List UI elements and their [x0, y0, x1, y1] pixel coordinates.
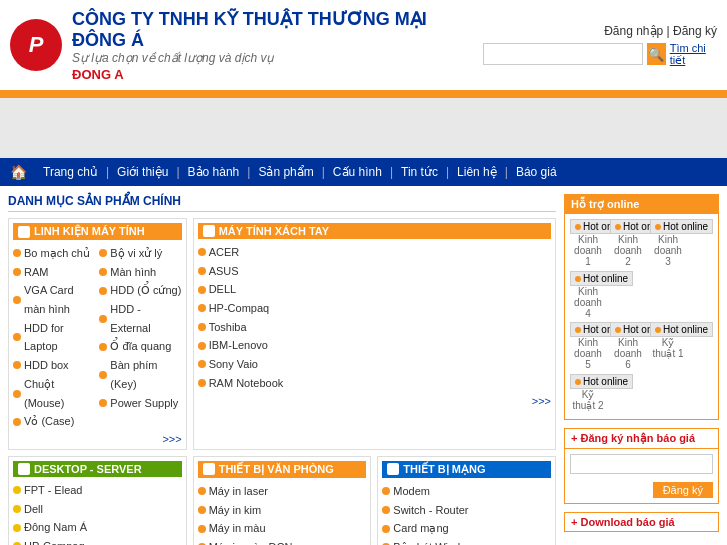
- cat-icon: [203, 463, 215, 475]
- support-label-kd1: Kinh doanh 1: [570, 234, 606, 267]
- list-item[interactable]: Máy in kim: [198, 501, 367, 520]
- nav-item-baogia[interactable]: Báo giá: [508, 165, 565, 179]
- banner-area: [0, 98, 727, 158]
- list-item[interactable]: Máy in laser: [198, 482, 367, 501]
- support-label-kd3: Kinh doanh 3: [650, 234, 686, 267]
- cat-content-mang: Modem Switch - Router Card mạng Bộ phát …: [382, 482, 551, 545]
- cat-van-phong: THIẾT BỊ VĂN PHÒNG Máy in laser Máy in k…: [193, 456, 372, 545]
- cat-may-tinh-xach-tay: MÁY TÍNH XÁCH TAY ACER ASUS DELL HP-Comp…: [193, 218, 556, 450]
- search-input[interactable]: [483, 43, 643, 65]
- list-item[interactable]: HDD (Ổ cứng): [99, 281, 181, 300]
- list-item[interactable]: Toshiba: [198, 318, 551, 337]
- register-email-input[interactable]: [570, 454, 713, 474]
- cat-content-desktop: FPT - Elead Dell Đông Nam Á HP-Compaq IB…: [13, 481, 182, 545]
- cat-col-1: ACER ASUS DELL HP-Compaq Toshiba IBM-Len…: [198, 243, 551, 393]
- list-item[interactable]: Bo mạch chủ: [13, 244, 95, 263]
- support-item: Hot online Kỹ thuật 1: [650, 322, 686, 370]
- search-bar: 🔍 Tìm chi tiết: [483, 42, 717, 67]
- list-item[interactable]: HDD box: [13, 356, 95, 375]
- list-item[interactable]: Máy in màu DCN: [198, 538, 367, 545]
- nav-bar: 🏠 Trang chủ | Giới thiệu | Bảo hành | Sả…: [0, 158, 727, 186]
- support-btn-kd3[interactable]: Hot online: [650, 219, 713, 234]
- support-label-kd6: Kinh doanh 6: [610, 337, 646, 370]
- list-item[interactable]: Bàn phím (Key): [99, 356, 181, 393]
- cat-header-van-phong: THIẾT BỊ VĂN PHÒNG: [198, 461, 367, 478]
- list-item[interactable]: HDD - External: [99, 300, 181, 337]
- list-item[interactable]: Switch - Router: [382, 501, 551, 520]
- nav-item-lienhe[interactable]: Liên hệ: [449, 165, 505, 179]
- list-item[interactable]: VGA Card màn hình: [13, 281, 95, 318]
- company-slogan: Sự lựa chọn về chất lượng và dịch vụ: [72, 51, 483, 65]
- support-btn-kt1[interactable]: Hot online: [650, 322, 713, 337]
- list-item[interactable]: HP-Compaq: [198, 299, 551, 318]
- support-item: Hot online Kinh doanh 3: [650, 219, 686, 267]
- cat-col-1: Máy in laser Máy in kim Máy in màu Máy i…: [198, 482, 367, 545]
- company-info: CÔNG TY TNHH KỸ THUẬT THƯƠNG MẠI ĐÔNG Á …: [72, 8, 483, 82]
- list-item[interactable]: Bộ phát Wireless: [382, 538, 551, 545]
- cat-icon: [203, 225, 215, 237]
- support-label-kt2: Kỹ thuật 2: [570, 389, 606, 411]
- brand-label: ĐONG A: [72, 67, 483, 82]
- nav-item-baohanh[interactable]: Bảo hành: [180, 165, 248, 179]
- logo-area: P CÔNG TY TNHH KỸ THUẬT THƯƠNG MẠI ĐÔNG …: [10, 8, 483, 82]
- download-box: + Download báo giá: [564, 512, 719, 532]
- cat-header-desktop: DESKTOP - SERVER: [13, 461, 182, 477]
- list-item[interactable]: FPT - Elead: [13, 481, 182, 500]
- search-button[interactable]: 🔍: [647, 43, 666, 65]
- cat-icon: [18, 226, 30, 238]
- list-item[interactable]: Dell: [13, 500, 182, 519]
- cat-header-linh-kien: LINH KIỆN MÁY TÍNH: [13, 223, 182, 240]
- list-item[interactable]: Modem: [382, 482, 551, 501]
- right-sidebar: Hỗ trợ online Hot online Kinh doanh 1 Ho…: [564, 194, 719, 545]
- support-row-1: Hot online Kinh doanh 1 Hot online Kinh …: [570, 219, 713, 319]
- cat-desktop-server: DESKTOP - SERVER FPT - Elead Dell Đông N…: [8, 456, 187, 545]
- support-item: Hot online Kinh doanh 4: [570, 271, 606, 319]
- cat-icon: [18, 463, 30, 475]
- list-item[interactable]: Đông Nam Á: [13, 518, 182, 537]
- list-item[interactable]: Bộ vi xử lý: [99, 244, 181, 263]
- cat-more-link[interactable]: >>>: [13, 433, 182, 445]
- list-item[interactable]: HP-Compaq: [13, 537, 182, 545]
- header-right: Đăng nhập | Đăng ký 🔍 Tìm chi tiết: [483, 24, 717, 67]
- nav-item-gioithieu[interactable]: Giới thiệu: [109, 165, 176, 179]
- support-btn-kt2[interactable]: Hot online: [570, 374, 633, 389]
- main-content: DANH MỤC SẢN PHẨM CHÍNH LINH KIỆN MÁY TÍ…: [0, 186, 727, 545]
- auth-links[interactable]: Đăng nhập | Đăng ký: [604, 24, 717, 38]
- nav-item-sanpham[interactable]: Sản phẩm: [250, 165, 321, 179]
- nav-item-trangchu[interactable]: Trang chủ: [35, 165, 106, 179]
- nav-item-cauhinh[interactable]: Cấu hình: [325, 165, 390, 179]
- register-title[interactable]: + Đăng ký nhận báo giá: [565, 429, 718, 449]
- list-item[interactable]: IBM-Lenovo: [198, 336, 551, 355]
- cat-content-linh-kien: Bo mạch chủ RAM VGA Card màn hình HDD fo…: [13, 244, 182, 431]
- list-item[interactable]: Màn hình: [99, 263, 181, 282]
- list-item[interactable]: HDD for Laptop: [13, 319, 95, 356]
- list-item[interactable]: ACER: [198, 243, 551, 262]
- list-item[interactable]: DELL: [198, 280, 551, 299]
- support-label-kd5: Kinh doanh 5: [570, 337, 606, 370]
- search-detail-link[interactable]: Tìm chi tiết: [670, 42, 717, 67]
- cat-col-1: Bo mạch chủ RAM VGA Card màn hình HDD fo…: [13, 244, 95, 431]
- support-item: Hot online Kinh doanh 2: [610, 219, 646, 267]
- list-item[interactable]: Chuột (Mouse): [13, 375, 95, 412]
- list-item[interactable]: RAM Notebook: [198, 374, 551, 393]
- list-item[interactable]: Sony Vaio: [198, 355, 551, 374]
- register-submit-button[interactable]: Đăng ký: [653, 482, 713, 498]
- list-item[interactable]: Vỏ (Case): [13, 412, 95, 431]
- support-btn-kd4[interactable]: Hot online: [570, 271, 633, 286]
- cat-header-xach-tay: MÁY TÍNH XÁCH TAY: [198, 223, 551, 239]
- list-item[interactable]: ASUS: [198, 262, 551, 281]
- list-item[interactable]: Card mạng: [382, 519, 551, 538]
- list-item[interactable]: RAM: [13, 263, 95, 282]
- cat-content-van-phong: Máy in laser Máy in kim Máy in màu Máy i…: [198, 482, 367, 545]
- list-item[interactable]: Máy in màu: [198, 519, 367, 538]
- register-box: + Đăng ký nhận báo giá Đăng ký: [564, 428, 719, 504]
- download-title-link[interactable]: + Download báo giá: [565, 513, 718, 531]
- home-icon[interactable]: 🏠: [10, 164, 27, 180]
- support-item: Hot online Kinh doanh 6: [610, 322, 646, 370]
- left-content: DANH MỤC SẢN PHẨM CHÍNH LINH KIỆN MÁY TÍ…: [8, 194, 556, 545]
- list-item[interactable]: Ổ đĩa quang: [99, 337, 181, 356]
- list-item[interactable]: Power Supply: [99, 394, 181, 413]
- cat-more-link[interactable]: >>>: [198, 395, 551, 407]
- nav-item-tintuc[interactable]: Tin tức: [393, 165, 446, 179]
- category-section-title: DANH MỤC SẢN PHẨM CHÍNH: [8, 194, 556, 212]
